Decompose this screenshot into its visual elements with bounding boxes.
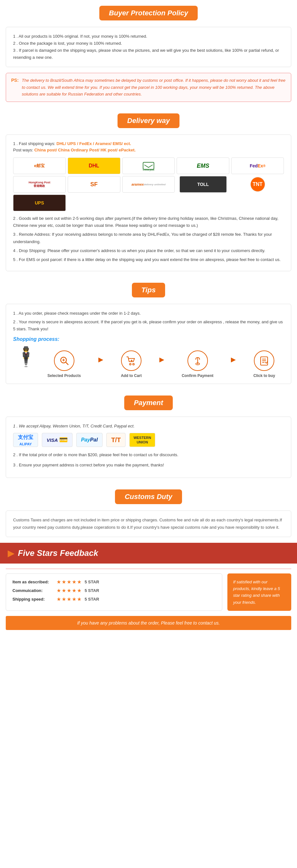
tips-header: Tips <box>132 283 165 298</box>
process-person-figure: 🕴 <box>13 347 39 366</box>
buyer-protection-text: 1 . All our products is 100% original. I… <box>13 33 284 61</box>
process-wrap: 🕴 Selected Products ▶ <box>13 347 284 378</box>
svg-point-7 <box>133 364 134 365</box>
feedback-title: Five Stars Feedback <box>18 548 98 558</box>
svg-text:China post: China post <box>143 169 155 171</box>
customs-text: Customs Taxes and charges are not includ… <box>13 517 284 531</box>
step-label-selected: Selected Products <box>47 373 81 378</box>
payment-logos: 支付宝 ALIPAY VISA 💳 PayPal T/T WESTERNUNIO… <box>13 433 284 447</box>
ps-box: PS: The delivery to Brazil/South Africa … <box>6 73 291 101</box>
logo-chinapost: China post <box>122 157 175 174</box>
logo-aramex: aramexdelivery unlimited <box>122 176 175 193</box>
step-label-buy: Click to buy <box>253 373 275 378</box>
step-confirm-payment: Confirm Payment <box>182 350 213 378</box>
shipping-logos-grid: e邮宝 DHL China post EMS FedEx® HongKong P… <box>13 157 284 211</box>
payment-note3: 3 . Ensure your payment address is corre… <box>13 462 284 469</box>
ps-text: The delivery to Brazil/South Africa may … <box>22 77 286 97</box>
step-label-payment: Confirm Payment <box>182 373 213 378</box>
rating-row-communication: Commuication: ★★★★★ 5 STAR <box>12 588 216 594</box>
payment-logo-paypal: PayPal <box>76 433 102 447</box>
step-circle-payment <box>188 350 208 371</box>
arrow-2: ▶ <box>159 355 164 363</box>
tips-point-1: 1 . As you order, please check messages … <box>13 310 284 317</box>
logo-epyou: e邮宝 <box>13 157 66 174</box>
step-click-to-buy: Click to buy <box>253 350 275 378</box>
payment-section: Payment 1 . We accept Alipay, Western Un… <box>0 390 297 478</box>
tips-point-2: 2 . Your money is secure in aliexpress a… <box>13 318 284 333</box>
delivery-note-3: 3 . Remote Address: If your receiving ad… <box>13 231 284 245</box>
logo-sf: SF <box>68 176 121 193</box>
delivery-note-4: 4 . Drop Shipping: Please offer your cus… <box>13 247 284 254</box>
svg-line-3 <box>66 362 68 365</box>
customs-title: Customs Duty <box>125 493 172 501</box>
shopping-process-title: Shopping process: <box>13 336 284 342</box>
customs-section: Customs Duty Customs Taxes and charges a… <box>0 484 297 537</box>
rating-label-described: Item as described: <box>12 580 54 584</box>
rating-row-shipping: Shipping speed: ★★★★★ 5 STAR <box>12 596 216 602</box>
payment-title: Payment <box>134 399 163 407</box>
logo-fedex: FedEx® <box>231 157 284 174</box>
arrow-1: ▶ <box>98 355 103 363</box>
tips-section: Tips 1 . As you order, please check mess… <box>0 277 297 384</box>
customs-box: Customs Taxes and charges are not includ… <box>6 510 291 537</box>
arrow-3: ▶ <box>231 355 236 363</box>
payment-logo-visa: VISA 💳 <box>42 433 72 447</box>
logo-dhl: DHL <box>68 157 121 174</box>
payment-header: Payment <box>124 396 173 410</box>
fast-ways: DHL/ UPS / FedEx / Aramex/ EMS/ ect. <box>57 141 131 146</box>
step-circle-buy <box>254 350 274 371</box>
payment-logo-alipay: 支付宝 ALIPAY <box>13 433 38 447</box>
step-selected-products: Selected Products <box>47 350 81 378</box>
step-circle-selected <box>54 350 74 371</box>
rating-row-described: Item as described: ★★★★★ 5 STAR <box>12 579 216 585</box>
step-label-cart: Add to Cart <box>121 373 141 378</box>
tips-text: 1 . As you order, please check messages … <box>13 310 284 333</box>
logo-ups: UPS <box>13 194 66 211</box>
bp-point-3: 3 . If parcel is damaged on the shipping… <box>13 47 284 61</box>
rating-stars-shipping: ★★★★★ <box>57 596 82 602</box>
person-icon: 🕴 <box>14 347 38 366</box>
post-ways: China post/ China Ordinary Post/ HK post… <box>34 148 135 152</box>
feedback-arrow-icon: ▶ <box>8 548 15 558</box>
payment-logo-wu: WESTERNUNION <box>129 433 155 447</box>
bp-point-2: 2 . Once the package is lost, your money… <box>13 40 284 47</box>
feedback-ratings-box: Item as described: ★★★★★ 5 STAR Commuica… <box>6 574 222 611</box>
delivery-section: Delivery way 1 . Fast shipping ways: DHL… <box>0 108 297 271</box>
step-circle-cart <box>121 350 141 371</box>
logo-toll: TOLL <box>179 176 227 193</box>
delivery-note-5: 5 . For EMS or post parcel: if there is … <box>13 256 284 263</box>
bp-point-1: 1 . All our products is 100% original. I… <box>13 33 284 40</box>
buyer-protection-box: 1 . All our products is 100% original. I… <box>6 27 291 67</box>
feedback-message-text: If satisfied with our products, kindly l… <box>233 579 286 606</box>
rating-count-described: 5 STAR <box>85 580 99 584</box>
delivery-header: Delivery way <box>118 114 179 128</box>
payment-note2: 2 . If the total price of order is more … <box>13 452 284 459</box>
process-steps: Selected Products ▶ Add to Car <box>39 350 284 378</box>
feedback-content: Item as described: ★★★★★ 5 STAR Commuica… <box>6 574 291 611</box>
logo-tnt: TNT <box>251 177 265 192</box>
logo-ems: EMS <box>176 157 229 174</box>
rating-stars-communication: ★★★★★ <box>57 588 82 594</box>
delivery-intro-line2: Post ways: <box>13 148 34 152</box>
rating-label-communication: Commuication: <box>12 588 54 593</box>
rating-label-shipping: Shipping speed: <box>12 597 54 601</box>
feedback-divider <box>6 569 291 569</box>
delivery-title: Delivery way <box>127 117 170 125</box>
feedback-message-box: If satisfied with our products, kindly l… <box>227 574 291 611</box>
feedback-header: ▶ Five Stars Feedback <box>0 543 297 563</box>
delivery-notes: 2 . Goods will be sent out within 2-5 wo… <box>13 215 284 263</box>
rating-count-shipping: 5 STAR <box>85 597 99 601</box>
svg-point-6 <box>130 364 131 365</box>
delivery-box: 1 . Fast shipping ways: DHL/ UPS / FedEx… <box>6 134 291 271</box>
logo-hkpost: HongKong Post香港郵政 <box>13 176 66 193</box>
buyer-protection-title: Buyer Protection Policy <box>109 9 188 17</box>
tips-title: Tips <box>141 286 156 294</box>
buyer-protection-section: Buyer Protection Policy 1 . All our prod… <box>0 0 297 102</box>
payment-box: 1 . We accept Alipay, Western Union, T/T… <box>6 416 291 478</box>
payment-intro: 1 . We accept Alipay, Western Union, T/T… <box>13 423 284 430</box>
customs-header: Customs Duty <box>115 489 182 504</box>
delivery-note-2: 2 . Goods will be sent out within 2-5 wo… <box>13 215 284 229</box>
rating-count-communication: 5 STAR <box>85 588 99 593</box>
delivery-intro: 1 . Fast shipping ways: DHL/ UPS / FedEx… <box>13 141 284 154</box>
rating-stars-described: ★★★★★ <box>57 579 82 585</box>
